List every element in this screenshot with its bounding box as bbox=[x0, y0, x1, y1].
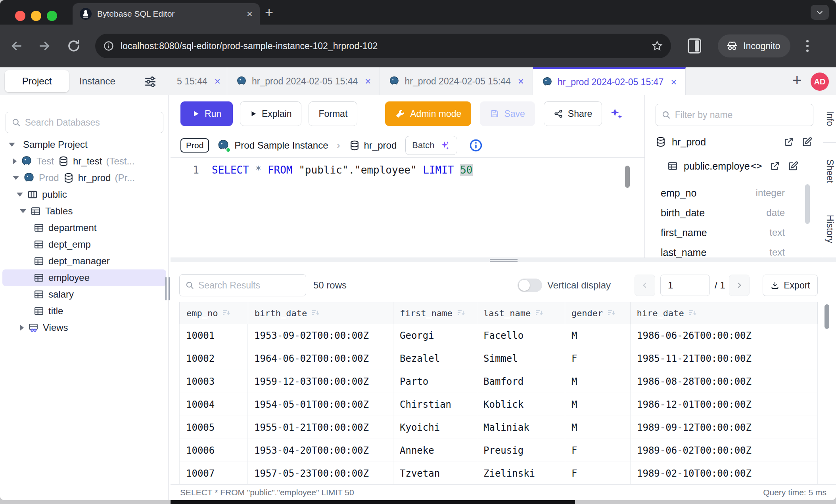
tree-item-tables[interactable]: Tables bbox=[0, 203, 169, 220]
results-search[interactable] bbox=[179, 274, 306, 296]
editor-scrollbar[interactable] bbox=[625, 166, 630, 188]
table-row[interactable]: 10002 1964-06-02T00:00:00Z Bezalel Simme… bbox=[179, 347, 818, 370]
new-tab-button[interactable]: + bbox=[265, 6, 273, 20]
site-info-icon[interactable] bbox=[103, 40, 114, 52]
close-tab-icon[interactable]: × bbox=[671, 76, 677, 88]
results-divider[interactable] bbox=[171, 258, 836, 262]
user-avatar[interactable]: AD bbox=[811, 73, 829, 91]
table-cell[interactable]: 1986-08-28T00:00:00Z bbox=[631, 370, 818, 393]
tree-item-table-dept-manager[interactable]: dept_manager bbox=[0, 253, 169, 269]
divider-drag-handle[interactable] bbox=[490, 259, 518, 262]
schema-filter[interactable] bbox=[656, 104, 813, 126]
header-cell[interactable]: birth_date bbox=[248, 302, 394, 324]
side-panel-icon[interactable] bbox=[688, 38, 701, 53]
table-cell[interactable]: 1964-06-02T00:00:00Z bbox=[248, 347, 393, 370]
sort-icon[interactable] bbox=[688, 308, 698, 318]
schema-table-row[interactable]: public.employe <> bbox=[645, 154, 823, 178]
external-link-icon[interactable] bbox=[769, 160, 780, 172]
header-cell[interactable]: gender bbox=[565, 302, 631, 324]
header-cell[interactable]: emp_no bbox=[180, 302, 248, 324]
instance-name[interactable]: Prod Sample Instance bbox=[234, 140, 328, 151]
table-cell[interactable]: Kyoichi bbox=[393, 416, 477, 439]
table-cell[interactable]: 1959-12-03T00:00:00Z bbox=[248, 370, 393, 393]
tree-item-project[interactable]: Sample Project bbox=[0, 136, 169, 153]
view-code-icon[interactable]: <> bbox=[751, 160, 762, 172]
next-page-button[interactable] bbox=[729, 275, 750, 296]
forward-button[interactable] bbox=[37, 39, 52, 53]
external-link-icon[interactable] bbox=[783, 136, 794, 147]
tree-item-table-dept-emp[interactable]: dept_emp bbox=[0, 236, 169, 253]
schema-filter-input[interactable] bbox=[675, 110, 807, 120]
table-row[interactable]: 10004 1954-05-01T00:00:00Z Chirstian Kob… bbox=[179, 393, 818, 416]
admin-mode-button[interactable]: Admin mode bbox=[385, 101, 471, 126]
sort-icon[interactable] bbox=[311, 308, 320, 318]
window-close-button[interactable] bbox=[15, 11, 25, 21]
table-cell[interactable]: 1986-06-26T00:00:00Z bbox=[631, 324, 818, 347]
table-cell[interactable]: 10007 bbox=[179, 462, 248, 485]
table-cell[interactable]: Maliniak bbox=[477, 416, 565, 439]
chevron-collapsed-icon[interactable] bbox=[13, 158, 17, 164]
tree-item-views[interactable]: Views bbox=[0, 319, 169, 336]
window-minimize-button[interactable] bbox=[31, 11, 41, 21]
table-cell[interactable]: 10003 bbox=[179, 370, 248, 393]
table-cell[interactable]: 1985-11-21T00:00:00Z bbox=[631, 347, 818, 370]
tree-item-table-title[interactable]: title bbox=[0, 303, 169, 319]
tree-item-schema-public[interactable]: public bbox=[0, 186, 169, 203]
table-cell[interactable]: F bbox=[565, 347, 631, 370]
chevron-collapsed-icon[interactable] bbox=[20, 325, 24, 331]
table-cell[interactable]: Parto bbox=[393, 370, 477, 393]
export-button[interactable]: Export bbox=[763, 275, 818, 296]
table-row[interactable]: 10001 1953-09-02T00:00:00Z Georgi Facell… bbox=[179, 324, 818, 347]
results-search-input[interactable] bbox=[198, 280, 300, 291]
tree-item-table-department[interactable]: department bbox=[0, 220, 169, 236]
table-cell[interactable]: 1989-06-02T00:00:00Z bbox=[631, 439, 818, 462]
table-cell[interactable]: Preusig bbox=[477, 439, 565, 462]
browser-tab-close-icon[interactable]: × bbox=[247, 9, 253, 19]
browser-tab[interactable]: Bytebase SQL Editor × bbox=[73, 3, 260, 25]
share-button[interactable]: Share bbox=[544, 101, 602, 126]
table-row[interactable]: 10006 1953-04-20T00:00:00Z Anneke Preusi… bbox=[179, 439, 818, 462]
table-cell[interactable]: F bbox=[565, 462, 631, 485]
column-row-first-name[interactable]: first_name text bbox=[645, 223, 823, 242]
sidebar-resize-handle[interactable] bbox=[165, 277, 171, 300]
editor-tab-0[interactable]: 5 15:44× bbox=[171, 67, 227, 95]
batch-mode-button[interactable]: Batch bbox=[405, 136, 457, 155]
window-zoom-button[interactable] bbox=[47, 11, 57, 21]
header-cell[interactable]: hire_date bbox=[631, 302, 817, 324]
table-cell[interactable]: 1989-02-10T00:00:00Z bbox=[631, 462, 818, 485]
table-row[interactable]: 10003 1959-12-03T00:00:00Z Parto Bamford… bbox=[179, 370, 818, 393]
tree-item-table-salary[interactable]: salary bbox=[0, 286, 169, 303]
database-search[interactable] bbox=[6, 112, 163, 133]
close-tab-icon[interactable]: × bbox=[518, 75, 524, 88]
edit-icon[interactable] bbox=[801, 136, 813, 147]
sort-icon[interactable] bbox=[607, 308, 616, 318]
table-cell[interactable]: 10002 bbox=[179, 347, 248, 370]
tree-settings-icon[interactable] bbox=[144, 74, 157, 88]
format-button[interactable]: Format bbox=[309, 101, 357, 126]
table-cell[interactable]: Chirstian bbox=[393, 393, 477, 416]
database-search-input[interactable] bbox=[25, 117, 157, 128]
chevron-expanded-icon[interactable] bbox=[9, 143, 15, 147]
bookmark-star-icon[interactable] bbox=[651, 40, 663, 52]
sort-icon[interactable] bbox=[535, 308, 544, 318]
browser-menu-button[interactable] bbox=[806, 40, 809, 52]
header-cell[interactable]: first_name bbox=[393, 302, 477, 324]
chevron-expanded-icon[interactable] bbox=[20, 209, 26, 213]
info-icon[interactable] bbox=[469, 139, 483, 152]
table-cell[interactable]: 1986-12-01T00:00:00Z bbox=[631, 393, 818, 416]
table-cell[interactable]: M bbox=[565, 324, 631, 347]
tab-project[interactable]: Project bbox=[5, 70, 69, 92]
table-cell[interactable]: 1954-05-01T00:00:00Z bbox=[248, 393, 393, 416]
table-cell[interactable]: M bbox=[565, 416, 631, 439]
explain-button[interactable]: Explain bbox=[240, 101, 301, 126]
tree-item-table-employee-selected[interactable]: employee bbox=[2, 269, 166, 286]
save-button[interactable]: Save bbox=[480, 101, 535, 126]
table-cell[interactable]: 10004 bbox=[179, 393, 248, 416]
address-bar[interactable]: localhost:8080/sql-editor/prod-sample-in… bbox=[95, 34, 671, 58]
table-cell[interactable]: Bamford bbox=[477, 370, 565, 393]
table-cell[interactable]: Koblick bbox=[477, 393, 565, 416]
table-cell[interactable]: Simmel bbox=[477, 347, 565, 370]
close-tab-icon[interactable]: × bbox=[365, 75, 371, 88]
editor-tab-3-active[interactable]: hr_prod 2024-02-05 15:47× bbox=[533, 67, 686, 95]
chevron-expanded-icon[interactable] bbox=[17, 193, 23, 197]
